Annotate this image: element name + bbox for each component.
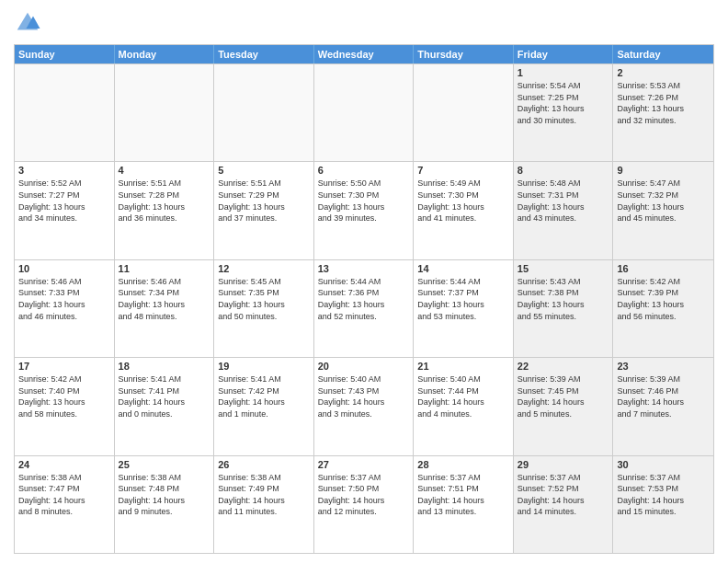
cell-info: Sunrise: 5:44 AM Sunset: 7:36 PM Dayligh… <box>318 276 410 322</box>
header-day-tuesday: Tuesday <box>214 45 314 63</box>
cell-info: Sunrise: 5:44 AM Sunset: 7:37 PM Dayligh… <box>417 276 509 322</box>
day-number: 27 <box>318 459 410 470</box>
cell-info: Sunrise: 5:37 AM Sunset: 7:52 PM Dayligh… <box>518 472 609 518</box>
day-number: 18 <box>119 361 210 372</box>
cell-info: Sunrise: 5:41 AM Sunset: 7:41 PM Dayligh… <box>119 373 210 419</box>
day-number: 11 <box>119 263 210 274</box>
calendar-row-0: 1Sunrise: 5:54 AM Sunset: 7:25 PM Daylig… <box>15 63 713 161</box>
calendar-cell-1-2: 5Sunrise: 5:51 AM Sunset: 7:29 PM Daylig… <box>214 162 314 259</box>
calendar-cell-2-0: 10Sunrise: 5:46 AM Sunset: 7:33 PM Dayli… <box>15 260 115 357</box>
day-number: 7 <box>417 165 509 176</box>
header <box>14 9 714 37</box>
calendar-cell-2-5: 15Sunrise: 5:43 AM Sunset: 7:38 PM Dayli… <box>514 260 614 357</box>
page: SundayMondayTuesdayWednesdayThursdayFrid… <box>0 0 728 563</box>
day-number: 12 <box>218 263 310 274</box>
calendar-cell-1-4: 7Sunrise: 5:49 AM Sunset: 7:30 PM Daylig… <box>414 162 514 259</box>
cell-info: Sunrise: 5:45 AM Sunset: 7:35 PM Dayligh… <box>218 276 310 322</box>
day-number: 20 <box>318 361 410 372</box>
calendar-cell-3-6: 23Sunrise: 5:39 AM Sunset: 7:46 PM Dayli… <box>613 358 713 454</box>
cell-info: Sunrise: 5:39 AM Sunset: 7:46 PM Dayligh… <box>617 373 710 419</box>
cell-info: Sunrise: 5:50 AM Sunset: 7:30 PM Dayligh… <box>318 178 410 224</box>
calendar-cell-3-2: 19Sunrise: 5:41 AM Sunset: 7:42 PM Dayli… <box>214 358 314 454</box>
calendar-cell-4-5: 29Sunrise: 5:37 AM Sunset: 7:52 PM Dayli… <box>514 456 614 553</box>
day-number: 21 <box>417 361 509 372</box>
cell-info: Sunrise: 5:42 AM Sunset: 7:39 PM Dayligh… <box>617 276 710 322</box>
calendar-body: 1Sunrise: 5:54 AM Sunset: 7:25 PM Daylig… <box>15 63 713 553</box>
header-day-thursday: Thursday <box>414 45 514 63</box>
cell-info: Sunrise: 5:53 AM Sunset: 7:26 PM Dayligh… <box>617 80 710 126</box>
day-number: 5 <box>218 165 310 176</box>
calendar-cell-1-3: 6Sunrise: 5:50 AM Sunset: 7:30 PM Daylig… <box>314 162 415 259</box>
calendar-row-2: 10Sunrise: 5:46 AM Sunset: 7:33 PM Dayli… <box>15 259 713 357</box>
cell-info: Sunrise: 5:46 AM Sunset: 7:33 PM Dayligh… <box>18 276 110 322</box>
calendar-cell-4-6: 30Sunrise: 5:37 AM Sunset: 7:53 PM Dayli… <box>613 456 713 553</box>
day-number: 9 <box>617 165 710 176</box>
calendar-cell-0-6: 2Sunrise: 5:53 AM Sunset: 7:26 PM Daylig… <box>613 64 713 161</box>
day-number: 28 <box>417 459 509 470</box>
calendar-cell-1-1: 4Sunrise: 5:51 AM Sunset: 7:28 PM Daylig… <box>115 162 215 259</box>
cell-info: Sunrise: 5:38 AM Sunset: 7:47 PM Dayligh… <box>18 472 110 518</box>
day-number: 13 <box>318 263 410 274</box>
calendar-row-1: 3Sunrise: 5:52 AM Sunset: 7:27 PM Daylig… <box>15 161 713 259</box>
cell-info: Sunrise: 5:38 AM Sunset: 7:49 PM Dayligh… <box>218 472 310 518</box>
day-number: 29 <box>518 459 609 470</box>
day-number: 14 <box>417 263 509 274</box>
calendar-cell-1-0: 3Sunrise: 5:52 AM Sunset: 7:27 PM Daylig… <box>15 162 115 259</box>
calendar-cell-4-4: 28Sunrise: 5:37 AM Sunset: 7:51 PM Dayli… <box>414 456 514 553</box>
calendar-cell-3-4: 21Sunrise: 5:40 AM Sunset: 7:44 PM Dayli… <box>414 358 514 454</box>
calendar-cell-3-0: 17Sunrise: 5:42 AM Sunset: 7:40 PM Dayli… <box>15 358 115 454</box>
calendar-cell-4-1: 25Sunrise: 5:38 AM Sunset: 7:48 PM Dayli… <box>115 456 215 553</box>
cell-info: Sunrise: 5:49 AM Sunset: 7:30 PM Dayligh… <box>417 178 509 224</box>
cell-info: Sunrise: 5:37 AM Sunset: 7:50 PM Dayligh… <box>318 472 410 518</box>
calendar-cell-4-2: 26Sunrise: 5:38 AM Sunset: 7:49 PM Dayli… <box>214 456 314 553</box>
day-number: 19 <box>218 361 310 372</box>
calendar-row-3: 17Sunrise: 5:42 AM Sunset: 7:40 PM Dayli… <box>15 357 713 454</box>
day-number: 23 <box>617 361 710 372</box>
day-number: 15 <box>518 263 609 274</box>
calendar-cell-2-3: 13Sunrise: 5:44 AM Sunset: 7:36 PM Dayli… <box>314 260 415 357</box>
cell-info: Sunrise: 5:42 AM Sunset: 7:40 PM Dayligh… <box>18 373 110 419</box>
calendar-cell-2-1: 11Sunrise: 5:46 AM Sunset: 7:34 PM Dayli… <box>115 260 215 357</box>
day-number: 30 <box>617 459 710 470</box>
cell-info: Sunrise: 5:51 AM Sunset: 7:29 PM Dayligh… <box>218 178 310 224</box>
cell-info: Sunrise: 5:47 AM Sunset: 7:32 PM Dayligh… <box>617 178 710 224</box>
calendar-cell-0-1 <box>115 64 215 161</box>
cell-info: Sunrise: 5:54 AM Sunset: 7:25 PM Dayligh… <box>518 80 609 126</box>
header-day-friday: Friday <box>514 45 614 63</box>
calendar-cell-2-2: 12Sunrise: 5:45 AM Sunset: 7:35 PM Dayli… <box>214 260 314 357</box>
day-number: 24 <box>18 459 110 470</box>
calendar-cell-3-5: 22Sunrise: 5:39 AM Sunset: 7:45 PM Dayli… <box>514 358 614 454</box>
calendar-cell-1-6: 9Sunrise: 5:47 AM Sunset: 7:32 PM Daylig… <box>613 162 713 259</box>
header-day-monday: Monday <box>115 45 215 63</box>
day-number: 10 <box>18 263 110 274</box>
logo <box>14 9 46 37</box>
cell-info: Sunrise: 5:48 AM Sunset: 7:31 PM Dayligh… <box>518 178 609 224</box>
day-number: 4 <box>119 165 210 176</box>
cell-info: Sunrise: 5:38 AM Sunset: 7:48 PM Dayligh… <box>119 472 210 518</box>
cell-info: Sunrise: 5:41 AM Sunset: 7:42 PM Dayligh… <box>218 373 310 419</box>
header-day-sunday: Sunday <box>15 45 115 63</box>
cell-info: Sunrise: 5:46 AM Sunset: 7:34 PM Dayligh… <box>119 276 210 322</box>
calendar-header: SundayMondayTuesdayWednesdayThursdayFrid… <box>15 45 713 63</box>
header-day-wednesday: Wednesday <box>314 45 415 63</box>
day-number: 8 <box>518 165 609 176</box>
day-number: 25 <box>119 459 210 470</box>
cell-info: Sunrise: 5:43 AM Sunset: 7:38 PM Dayligh… <box>518 276 609 322</box>
calendar-row-4: 24Sunrise: 5:38 AM Sunset: 7:47 PM Dayli… <box>15 455 713 553</box>
cell-info: Sunrise: 5:51 AM Sunset: 7:28 PM Dayligh… <box>119 178 210 224</box>
cell-info: Sunrise: 5:40 AM Sunset: 7:44 PM Dayligh… <box>417 373 509 419</box>
cell-info: Sunrise: 5:39 AM Sunset: 7:45 PM Dayligh… <box>518 373 609 419</box>
header-day-saturday: Saturday <box>613 45 713 63</box>
day-number: 1 <box>518 67 609 78</box>
day-number: 2 <box>617 67 710 78</box>
cell-info: Sunrise: 5:37 AM Sunset: 7:51 PM Dayligh… <box>417 472 509 518</box>
logo-icon <box>14 9 41 37</box>
calendar-cell-0-5: 1Sunrise: 5:54 AM Sunset: 7:25 PM Daylig… <box>514 64 614 161</box>
calendar-cell-2-4: 14Sunrise: 5:44 AM Sunset: 7:37 PM Dayli… <box>414 260 514 357</box>
calendar-cell-3-3: 20Sunrise: 5:40 AM Sunset: 7:43 PM Dayli… <box>314 358 415 454</box>
day-number: 17 <box>18 361 110 372</box>
day-number: 6 <box>318 165 410 176</box>
day-number: 3 <box>18 165 110 176</box>
calendar-cell-0-3 <box>314 64 415 161</box>
calendar-cell-0-2 <box>214 64 314 161</box>
